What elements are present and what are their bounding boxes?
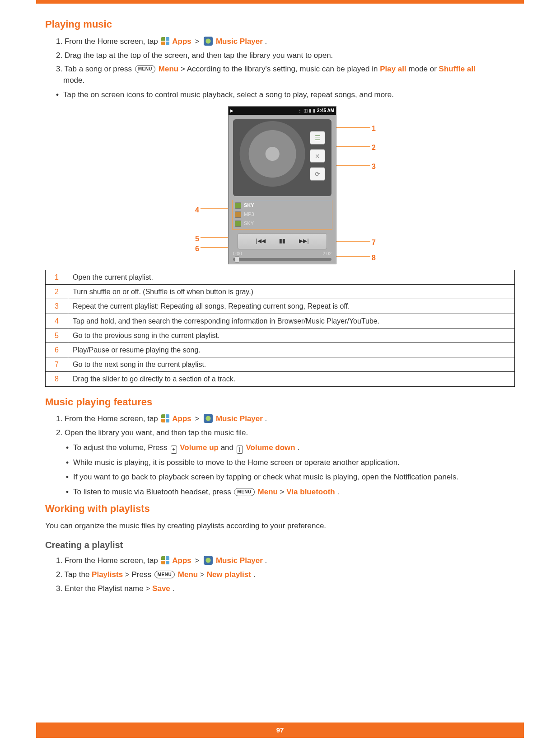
apps-grid-icon bbox=[161, 414, 169, 422]
prev-button[interactable]: |◀◀ bbox=[253, 236, 268, 247]
steps-create-playlist: 1. From the Home screen, tap Apps > Musi… bbox=[56, 555, 515, 594]
now-playing-info-box[interactable]: SKY MP3 SKY bbox=[232, 200, 332, 230]
legend-number: 8 bbox=[46, 372, 68, 386]
menu-hardkey-icon: MENU bbox=[234, 488, 254, 496]
table-row: 6Play/Pause or resume playing the song. bbox=[46, 343, 515, 357]
album-art: ☰ ⤨ ⟳ bbox=[233, 119, 331, 196]
player-screenshot-figure: 1 2 3 7 8 4 5 6 ▶ ⋮ ◫ bbox=[45, 106, 515, 265]
volume-up-label: Volume up bbox=[180, 443, 219, 452]
step-1-home-apps: 1. From the Home screen, tap Apps > Musi… bbox=[56, 36, 515, 47]
menu-label-2: Menu bbox=[258, 488, 278, 496]
shuffle-button[interactable]: ⤨ bbox=[310, 149, 325, 163]
seek-slider[interactable] bbox=[233, 258, 331, 261]
heading-playing-music: Playing music bbox=[45, 17, 515, 32]
step3-pre: 3. Tab a song or press bbox=[56, 65, 134, 73]
new-playlist-label: New playlist bbox=[207, 570, 251, 579]
table-row: 5Go to the previous song in the current … bbox=[46, 328, 515, 343]
play-indicator-icon: ▶ bbox=[230, 108, 233, 114]
legend-number: 1 bbox=[46, 270, 68, 285]
repeat-button[interactable]: ⟳ bbox=[310, 167, 325, 181]
music-player-label: Music Player bbox=[216, 37, 263, 46]
gt-3: > bbox=[194, 556, 201, 565]
playlist-button[interactable]: ☰ bbox=[310, 131, 325, 145]
apps-label: Apps bbox=[172, 414, 191, 423]
steps-music-features: 1. From the Home screen, tap Apps > Musi… bbox=[56, 413, 515, 438]
legend-number: 3 bbox=[46, 299, 68, 314]
legend-text: Tap and hold, and then search the corres… bbox=[68, 314, 515, 328]
period-6: . bbox=[253, 570, 256, 579]
step-3-play-mode: 3. Tab a song or press MENU Menu > Accor… bbox=[56, 64, 515, 86]
music-player-icon bbox=[204, 37, 213, 46]
callout-2: 2 bbox=[372, 142, 376, 153]
track-title-row: SKY bbox=[233, 201, 331, 210]
album-icon bbox=[235, 211, 241, 218]
apps-grid-icon bbox=[161, 37, 169, 45]
menu-label-3: Menu bbox=[178, 570, 198, 579]
mf-volume-pre: To adjust the volume, Press bbox=[73, 443, 170, 452]
callout-legend-table: 1Open the current playlist.2Turn shuffle… bbox=[45, 270, 515, 387]
cp-step2-pre: 2. Tap the bbox=[56, 570, 92, 579]
play-pause-button[interactable]: ▮▮ bbox=[275, 236, 289, 247]
playback-controls: |◀◀ ▮▮ ▶▶| bbox=[238, 233, 327, 249]
table-row: 2Turn shuffle on or off. (Shuffle is off… bbox=[46, 285, 515, 299]
step3-mid2: mode or bbox=[409, 65, 439, 73]
legend-number: 2 bbox=[46, 285, 68, 299]
track-artist: SKY bbox=[244, 220, 254, 227]
track-album-row: MP3 bbox=[233, 210, 331, 219]
legend-text: Go to the next song in the current playl… bbox=[68, 357, 515, 372]
music-player-icon bbox=[204, 414, 213, 423]
music-player-label: Music Player bbox=[216, 556, 263, 565]
mf-step-1: 1. From the Home screen, tap Apps > Musi… bbox=[56, 413, 515, 425]
menu-label-1: Menu bbox=[159, 65, 178, 73]
callout-1: 1 bbox=[372, 123, 376, 134]
legend-number: 7 bbox=[46, 357, 68, 372]
next-button[interactable]: ▶▶| bbox=[297, 236, 311, 247]
save-label: Save bbox=[152, 584, 170, 593]
volume-down-key-icon: | bbox=[237, 446, 243, 454]
track-artist-row: SKY bbox=[233, 219, 331, 228]
battery-icon: ▮ bbox=[313, 108, 316, 114]
heading-music-features: Music playing features bbox=[45, 395, 515, 409]
page-number: 97 bbox=[36, 723, 524, 738]
status-bar: ▶ ⋮ ◫ ▮ ▮ 2:45 AM bbox=[229, 107, 336, 115]
step3-mid: > According to the library's setting, mu… bbox=[181, 65, 380, 73]
heading-creating-playlist: Creating a playlist bbox=[45, 539, 515, 552]
page-footer: 97 bbox=[0, 723, 560, 738]
cp-step-1: 1. From the Home screen, tap Apps > Musi… bbox=[56, 555, 515, 567]
music-player-icon bbox=[204, 556, 213, 565]
music-player-label: Music Player bbox=[216, 414, 263, 423]
track-icon bbox=[235, 221, 241, 227]
cp-step2-mid: > Press bbox=[125, 570, 154, 579]
mf-bt-pre: To listen to music via Bluetooth headset… bbox=[73, 488, 233, 496]
table-row: 7Go to the next song in the current play… bbox=[46, 357, 515, 372]
cp-step-2: 2. Tap the Playlists > Press MENU Menu >… bbox=[56, 569, 515, 581]
mf-note-background: While music is playing, it is possible t… bbox=[66, 457, 515, 469]
step1-pre: 1. From the Home screen, tap bbox=[56, 37, 160, 46]
seek-knob[interactable] bbox=[235, 256, 239, 263]
legend-text: Go to the previous song in the current p… bbox=[68, 328, 515, 343]
cp-step-3: 3. Enter the Playlist name > Save . bbox=[56, 583, 515, 595]
time-bar: 0:00 2:02 bbox=[233, 251, 331, 258]
period-3: . bbox=[297, 443, 299, 452]
signal-icon: ▮ bbox=[309, 108, 312, 114]
mf-note-volume: To adjust the volume, Press + Volume up … bbox=[66, 442, 515, 454]
period-7: . bbox=[173, 584, 175, 593]
cp-step1-pre: 1. From the Home screen, tap bbox=[56, 556, 160, 565]
legend-text: Repeat the current playlist: Repeating a… bbox=[68, 299, 515, 314]
apps-label: Apps bbox=[172, 556, 191, 565]
mf-note-bluetooth: To listen to music via Bluetooth headset… bbox=[66, 487, 515, 498]
playing-music-notes: Tap the on screen icons to control music… bbox=[56, 89, 515, 101]
mf-bt-mid: > bbox=[280, 488, 287, 496]
gt-2: > bbox=[194, 414, 201, 423]
callout-4: 4 bbox=[195, 205, 199, 215]
callout-8: 8 bbox=[372, 253, 376, 263]
period-1: . bbox=[265, 37, 267, 46]
artist-icon bbox=[235, 202, 241, 209]
playlists-label: Playlists bbox=[92, 570, 123, 579]
mf-step1-pre: 1. From the Home screen, tap bbox=[56, 414, 160, 423]
header-rule bbox=[36, 0, 524, 4]
table-row: 8Drag the slider to go directly to a sec… bbox=[46, 372, 515, 386]
track-album: MP3 bbox=[244, 211, 254, 218]
period-4: . bbox=[337, 488, 339, 496]
cp-step2-mid2: > bbox=[200, 570, 207, 579]
